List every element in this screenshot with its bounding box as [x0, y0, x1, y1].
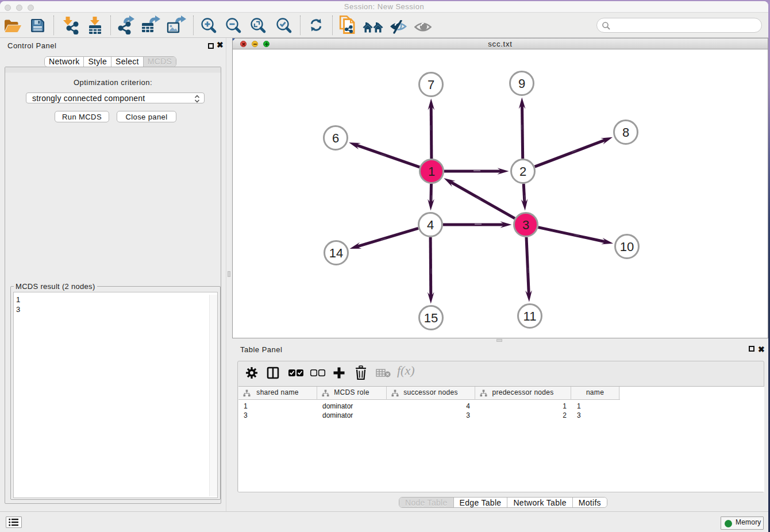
svg-text:7: 7 [428, 78, 434, 92]
svg-text:11: 11 [523, 309, 537, 323]
svg-text:9: 9 [518, 76, 525, 91]
svg-text:4: 4 [427, 218, 434, 232]
svg-text:6: 6 [332, 131, 339, 145]
svg-text:8: 8 [622, 125, 629, 140]
svg-text:10: 10 [620, 240, 634, 254]
svg-text:15: 15 [424, 311, 438, 325]
svg-text:14: 14 [329, 246, 343, 260]
svg-text:1: 1 [428, 164, 435, 179]
svg-text:3: 3 [522, 218, 529, 232]
svg-text:2: 2 [519, 164, 526, 179]
